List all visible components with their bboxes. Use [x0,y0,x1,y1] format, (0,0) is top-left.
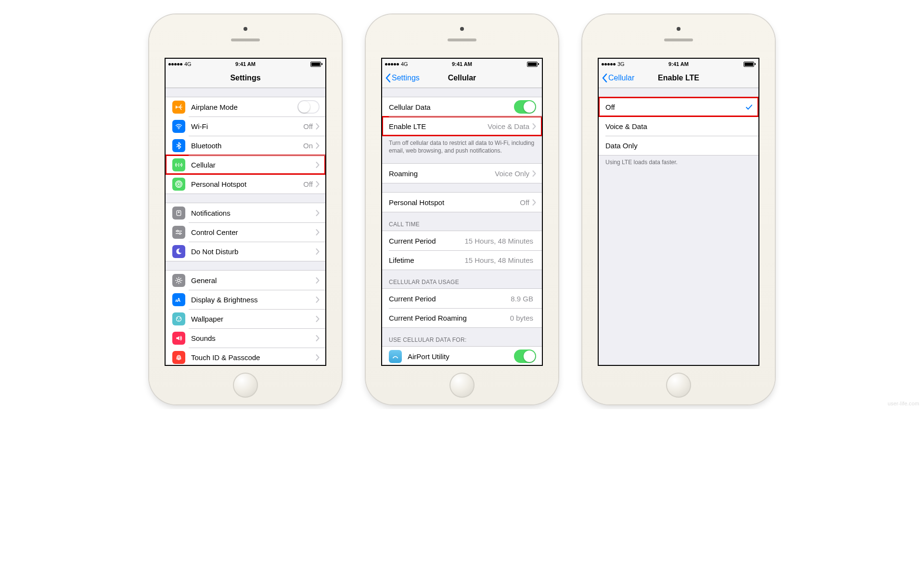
list-row[interactable]: Cellular Data [382,97,542,117]
chevron-right-icon [316,123,320,130]
row-label: AirPort Utility [408,352,449,361]
group-header: USE CELLULAR DATA FOR: [382,337,542,346]
list-row: Current Period8.9 GB [382,289,542,308]
list-row[interactable]: AirPort Utility [382,347,542,365]
row-value: Voice Only [495,169,529,178]
chevron-right-icon [316,162,320,168]
control-icon [172,226,185,239]
list-row[interactable]: Sounds [166,328,325,348]
home-button[interactable] [233,373,258,398]
nav-bar: Settings Cellular [382,68,542,88]
row-label: Enable LTE [389,122,426,130]
list-row[interactable]: Personal HotspotOff [382,193,542,212]
nav-bar: Cellular Enable LTE [599,68,758,88]
phone-frame-1: 4G 9:41 AM Settings Airplane ModeWi-FiOf… [149,14,342,404]
list-row[interactable]: Off [599,97,758,117]
row-value: 0 bytes [510,314,533,322]
phone-frame-3: 3G 9:41 AM Cellular Enable LTE OffVoice … [582,14,775,404]
app-icon [389,350,402,363]
row-value: On [303,142,313,150]
row-label: Roaming [389,169,418,178]
row-label: General [191,276,217,285]
hotspot-icon [172,178,185,191]
row-value: Voice & Data [488,122,529,130]
row-label: Personal Hotspot [191,180,246,188]
row-label: Wi-Fi [191,122,208,130]
chevron-right-icon [316,210,320,216]
speaker-grille [448,39,476,41]
svg-point-8 [178,279,180,281]
row-label: Display & Brightness [191,296,257,304]
camera-dot [244,27,247,31]
signal-icon [168,63,182,65]
list-row[interactable]: Wallpaper [166,309,325,328]
screen-3: 3G 9:41 AM Cellular Enable LTE OffVoice … [598,58,759,366]
chevron-right-icon [316,229,320,235]
phone-frame-2: 4G 9:41 AM Settings Cellular Cellular Da… [366,14,558,404]
lte-content[interactable]: OffVoice & DataData Only Using LTE loads… [599,88,758,365]
airplane-icon [172,101,185,114]
chevron-left-icon [602,73,607,83]
list-row[interactable]: Cellular [166,155,325,174]
svg-point-12 [177,317,178,318]
toggle-switch[interactable] [514,100,536,114]
row-value: Off [303,180,313,188]
toggle-switch[interactable] [297,100,320,114]
chevron-right-icon [316,354,320,361]
list-row: Voice & Data [599,117,758,136]
signal-icon [385,63,399,65]
settings-content[interactable]: Airplane ModeWi-FiOffBluetoothOnCellular… [166,88,325,365]
camera-dot [460,27,464,31]
display-icon: AA [172,293,185,306]
list-row[interactable]: Control Center [166,222,325,242]
wifi-icon [172,120,185,133]
svg-text:A: A [177,297,181,302]
list-row[interactable]: Enable LTEVoice & Data [382,117,542,136]
chevron-right-icon [316,143,320,149]
list-row[interactable]: Wi-FiOff [166,117,325,136]
list-row[interactable]: General [166,271,325,290]
list-row[interactable]: BluetoothOn [166,136,325,155]
page-title: Settings [166,74,325,82]
chevron-right-icon [532,123,536,130]
status-bar: 4G 9:41 AM [382,59,542,68]
network-label: 4G [401,61,408,67]
list-row[interactable]: Touch ID & Passcode [166,348,325,365]
row-label: Control Center [191,228,238,236]
list-row[interactable]: Do Not Disturb [166,242,325,261]
svg-point-13 [180,317,180,318]
row-value: 8.9 GB [511,295,533,303]
group-footer: Turn off cellular data to restrict all d… [382,136,542,155]
list-row[interactable]: AADisplay & Brightness [166,290,325,309]
cellular-content[interactable]: Cellular DataEnable LTEVoice & Data Turn… [382,88,542,365]
row-label: Current Period Roaming [389,314,467,322]
list-row[interactable]: Notifications [166,203,325,222]
group-header: CELLULAR DATA USAGE [382,279,542,288]
chevron-right-icon [316,335,320,341]
chevron-right-icon [316,297,320,303]
list-row: Lifetime15 Hours, 48 Minutes [382,250,542,270]
back-button[interactable]: Settings [382,73,420,83]
row-value: 15 Hours, 48 Minutes [464,256,533,264]
toggle-switch[interactable] [514,350,536,363]
home-button[interactable] [666,373,691,398]
list-row[interactable]: Airplane Mode [166,97,325,117]
network-label: 4G [184,61,192,67]
list-row[interactable]: Personal HotspotOff [166,174,325,194]
svg-point-5 [178,211,180,213]
list-row[interactable]: RoamingVoice Only [382,164,542,183]
chevron-right-icon [316,181,320,187]
row-label: Personal Hotspot [389,198,444,207]
row-label: Lifetime [389,256,414,264]
check-icon [745,104,753,111]
row-value: Off [303,122,313,130]
group-header: CALL TIME [382,221,542,231]
row-label: Bluetooth [191,142,221,150]
back-button[interactable]: Cellular [599,73,634,83]
row-label: Touch ID & Passcode [191,353,260,362]
home-button[interactable] [449,373,475,398]
list-row: Data Only [599,136,758,155]
signal-icon [602,63,616,65]
row-label: Current Period [389,237,436,245]
clock: 9:41 AM [235,61,256,67]
